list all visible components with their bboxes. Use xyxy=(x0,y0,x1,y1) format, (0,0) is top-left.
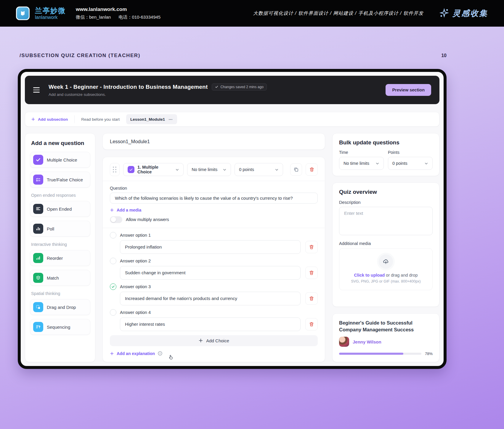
allow-multiple-label: Allow multiply answers xyxy=(126,217,169,222)
chevron-down-icon xyxy=(424,162,428,165)
question-type-poll[interactable]: Poll xyxy=(30,221,90,237)
section-header: Week 1 - Beginner - Introduction to Busi… xyxy=(25,76,439,104)
bulk-time-select[interactable]: No time limits xyxy=(339,157,384,170)
drag-handle[interactable] xyxy=(110,163,120,176)
question-type-reorder[interactable]: Reorder xyxy=(30,250,90,266)
correct-answer-radio[interactable] xyxy=(110,258,116,264)
section-subtitle: Add and customize subsections. xyxy=(49,92,267,97)
poll-icon xyxy=(33,224,43,234)
author-name[interactable]: Jenny Wilson xyxy=(353,339,381,344)
question-label: Question xyxy=(110,186,318,191)
open-ended-icon xyxy=(33,204,43,214)
question-input[interactable] xyxy=(110,193,318,204)
click-to-upload-link[interactable]: Click to upload xyxy=(354,273,385,278)
answer-input[interactable] xyxy=(120,240,301,254)
module-title: Lesson1_Module1 xyxy=(110,139,150,144)
add-media-button[interactable]: Add a media xyxy=(110,208,141,212)
progress-fill xyxy=(339,353,403,355)
plus-icon xyxy=(31,117,35,121)
check-icon xyxy=(215,85,218,88)
upload-dropzone[interactable]: Click to upload or drag and drop SVG, PN… xyxy=(339,248,433,290)
divider xyxy=(103,181,325,181)
drag-and-drop-icon xyxy=(33,302,43,312)
chevron-down-icon xyxy=(223,168,227,172)
question-type-sequencing[interactable]: Sequencing xyxy=(30,319,90,335)
answer-input[interactable] xyxy=(120,292,301,305)
time-limit-select[interactable]: No time limits xyxy=(187,163,231,176)
answer-option-row: Answer option 4 xyxy=(110,309,318,331)
tab-lesson1-module1[interactable]: Lesson1_Module1 ⋯ xyxy=(126,114,177,124)
add-explanation-button[interactable]: Add an explanation xyxy=(110,351,155,356)
allow-multiple-toggle[interactable] xyxy=(110,216,122,223)
progress-label: 78% xyxy=(425,351,433,356)
add-subsection-button[interactable]: Add subsection xyxy=(31,117,68,122)
delete-option-button[interactable] xyxy=(305,241,318,253)
question-type-select[interactable]: 1. Multiple Choice xyxy=(123,163,184,176)
module-title-card: Lesson1_Module1 xyxy=(102,133,325,150)
add-choice-button[interactable]: Add Choice xyxy=(110,335,318,346)
more-icon[interactable]: ⋯ xyxy=(168,117,173,122)
answer-input[interactable] xyxy=(120,266,301,280)
page-title: /SUBSECTION QUIZ CREATION (TEACHER) xyxy=(20,53,140,59)
chevron-down-icon xyxy=(375,162,379,165)
bulk-points-select[interactable]: 0 points xyxy=(388,157,433,170)
services-list: 大数据可视化设计 / 软件界面设计 / 网站建设 / 手机及小程序设计 / 软件… xyxy=(253,10,423,17)
upload-hint: SVG, PNG, JPG or GIF (max. 800×400px) xyxy=(351,279,420,283)
changes-saved-badge: Changes saved 2 mins ago xyxy=(212,83,267,91)
question-editor-card: 1. Multiple Choice No time limits 0 poin… xyxy=(102,157,325,362)
correct-answer-radio[interactable] xyxy=(110,309,116,316)
section-title: Week 1 - Beginner - Introduction to Busi… xyxy=(49,84,208,90)
reorder-icon xyxy=(33,253,43,263)
plus-icon xyxy=(110,208,114,212)
plus-icon xyxy=(198,338,203,343)
points-select[interactable]: 0 points xyxy=(235,163,283,176)
question-type-drag-and-drop[interactable]: Drag and Drop xyxy=(30,299,90,315)
delete-option-button[interactable] xyxy=(305,318,318,330)
preview-section-button[interactable]: Preview section xyxy=(386,84,431,96)
delete-option-button[interactable] xyxy=(305,267,318,279)
menu-icon[interactable] xyxy=(33,87,40,93)
panel-title: Add a new question xyxy=(31,140,90,146)
divider xyxy=(74,115,75,123)
wechat-contact: 微信：ben_lanlan xyxy=(76,14,111,20)
upload-cloud-icon xyxy=(379,254,393,269)
match-icon xyxy=(33,273,43,283)
avatar xyxy=(339,337,349,347)
sequencing-icon xyxy=(33,322,43,332)
answer-option-row: Answer option 1 xyxy=(110,232,318,254)
additional-media-label: Additional media xyxy=(339,241,433,246)
cursor-icon xyxy=(168,354,174,360)
tab-read-before-you-start[interactable]: Read before you start xyxy=(81,117,120,122)
check-icon xyxy=(128,166,134,173)
delete-option-button[interactable] xyxy=(305,292,318,305)
answer-input[interactable] xyxy=(120,317,301,331)
collection-label: 灵感收集 xyxy=(452,8,488,19)
points-label: Points xyxy=(388,150,433,155)
question-types-panel: Add a new question Multiple Choice True/… xyxy=(25,133,95,362)
question-type-match[interactable]: Match xyxy=(30,270,90,286)
description-textarea[interactable] xyxy=(339,207,433,235)
page-number: 10 xyxy=(441,53,447,58)
course-card: Beginner's Guide to Successful Company M… xyxy=(332,313,439,362)
true-false-icon xyxy=(33,175,43,185)
sparkle-icon xyxy=(439,8,450,19)
quiz-overview-card: Quiz overview Description Additional med… xyxy=(332,183,439,307)
plus-icon xyxy=(110,351,114,356)
duplicate-question-button[interactable] xyxy=(290,163,302,176)
quiz-overview-title: Quiz overview xyxy=(339,189,433,195)
section-interactive-thinking: Interactive thinking xyxy=(31,242,90,247)
delete-question-button[interactable] xyxy=(306,163,318,176)
subsection-tabs: Add subsection Read before you start Les… xyxy=(25,112,439,127)
question-type-open-ended[interactable]: Open Ended xyxy=(30,201,90,217)
correct-answer-radio[interactable] xyxy=(110,232,116,238)
chevron-down-icon xyxy=(275,168,279,172)
question-type-true-false[interactable]: True/False Choice xyxy=(30,172,90,188)
question-type-multiple-choice[interactable]: Multiple Choice xyxy=(30,152,90,168)
multiple-choice-icon xyxy=(33,155,43,165)
phone-contact: 电话：010-63334945 xyxy=(118,14,160,20)
correct-answer-radio-checked[interactable] xyxy=(110,283,116,290)
progress-bar xyxy=(339,353,421,355)
app-window: Week 1 - Beginner - Introduction to Busi… xyxy=(18,69,447,369)
answer-option-row: Answer option 3 xyxy=(110,283,318,305)
info-icon[interactable] xyxy=(158,351,163,356)
